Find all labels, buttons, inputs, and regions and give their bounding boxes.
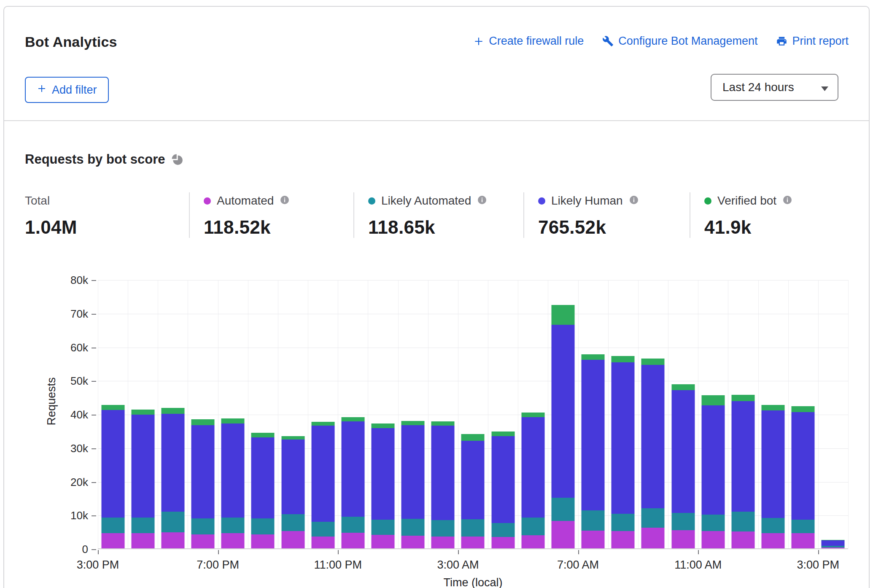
bar-segment-automated — [641, 528, 665, 548]
chart-bar-3-00-am[interactable] — [458, 280, 488, 548]
y-axis-tick-label: 70k — [25, 307, 88, 321]
bar-segment-likely-automated — [731, 512, 754, 531]
y-axis-tick — [92, 381, 96, 382]
bar-segment-likely-human — [221, 423, 245, 518]
bar-segment-verified-bot — [822, 540, 845, 540]
chart-bar-11-00-pm[interactable] — [338, 280, 368, 548]
bar-segment-likely-automated — [161, 512, 184, 532]
chart-bar-7-00-am[interactable] — [578, 280, 608, 548]
chart-bar-2-00-pm[interactable] — [788, 280, 818, 548]
x-axis-tick-label: 3:00 AM — [437, 558, 479, 572]
chart-bar-1-00-am[interactable] — [398, 280, 428, 548]
chart-bar-12-00-am[interactable] — [368, 280, 398, 548]
bar-segment-automated — [221, 533, 245, 548]
x-axis-tick — [698, 550, 699, 554]
x-axis-tick — [578, 550, 579, 554]
chart-bar-3-00-pm[interactable] — [818, 280, 848, 548]
x-axis-tick — [218, 550, 219, 554]
bar-segment-likely-automated — [762, 518, 785, 533]
chart-bar-7-00-pm[interactable] — [218, 280, 248, 548]
chart-bar-11-00-am[interactable] — [698, 280, 728, 548]
bar-segment-automated — [731, 531, 754, 548]
bar-segment-automated — [401, 536, 425, 548]
chart-bar-6-00-am[interactable] — [548, 280, 578, 548]
x-axis-tick-label: 7:00 PM — [197, 558, 239, 572]
y-axis-tick-label: 50k — [25, 374, 88, 388]
bar-segment-verified-bot — [792, 406, 815, 412]
bar-segment-likely-human — [101, 410, 124, 518]
bar-segment-likely-human — [792, 412, 815, 520]
bar-segment-likely-human — [161, 414, 184, 512]
chart-bar-8-00-am[interactable] — [608, 280, 638, 548]
bar-segment-automated — [461, 537, 485, 548]
bar-segment-automated — [822, 548, 845, 548]
chart-bar-10-00-pm[interactable] — [308, 280, 338, 548]
bar-segment-automated — [101, 533, 124, 548]
bar-segment-likely-automated — [461, 519, 485, 537]
y-axis-tick-label: 40k — [25, 408, 88, 421]
chart-bar-5-00-am[interactable] — [518, 280, 548, 548]
bar-segment-likely-automated — [281, 514, 304, 531]
chart-bar-9-00-am[interactable] — [638, 280, 668, 548]
bar-segment-likely-human — [431, 426, 455, 520]
chart-bar-10-00-am[interactable] — [668, 280, 698, 548]
chart-bar-5-00-pm[interactable] — [158, 280, 188, 548]
bar-segment-automated — [131, 533, 154, 548]
bar-segment-verified-bot — [701, 395, 725, 405]
y-axis-tick — [92, 515, 96, 516]
chart-bar-4-00-am[interactable] — [488, 280, 518, 548]
bar-segment-likely-automated — [101, 518, 124, 533]
bar-segment-likely-automated — [311, 522, 334, 537]
bar-segment-likely-human — [461, 441, 485, 520]
y-axis-title: Requests — [45, 359, 58, 444]
bar-segment-likely-automated — [191, 518, 215, 534]
bar-segment-automated — [762, 533, 785, 548]
bar-segment-likely-automated — [372, 520, 395, 535]
bar-segment-verified-bot — [461, 434, 485, 441]
bar-segment-likely-automated — [221, 518, 245, 533]
chart-bar-8-00-pm[interactable] — [248, 280, 278, 548]
chart-plot — [98, 280, 848, 549]
bot-analytics-card: Bot Analytics Create firewall rule Confi… — [3, 6, 870, 588]
bar-segment-likely-human — [251, 437, 275, 518]
bar-segment-likely-automated — [251, 518, 275, 534]
x-axis-tick — [98, 550, 99, 554]
x-axis-tick-label: 11:00 PM — [314, 558, 362, 572]
chart-bar-3-00-pm[interactable] — [98, 280, 128, 548]
bar-segment-automated — [341, 533, 364, 548]
page: Bot Analytics Create firewall rule Confi… — [0, 0, 873, 588]
x-axis-tick — [338, 550, 339, 554]
bar-segment-automated — [161, 532, 184, 548]
y-axis-tick — [92, 448, 96, 449]
chart-bar-4-00-pm[interactable] — [128, 280, 158, 548]
bar-segment-verified-bot — [731, 395, 754, 401]
bar-segment-likely-human — [521, 417, 544, 518]
chart-bar-2-00-am[interactable] — [428, 280, 458, 548]
bar-segment-automated — [431, 537, 455, 548]
bar-segment-verified-bot — [372, 423, 395, 428]
bar-segment-likely-human — [762, 410, 785, 518]
bar-segment-likely-automated — [521, 518, 544, 535]
y-axis-tick-label: 60k — [25, 341, 88, 354]
chart-bar-1-00-pm[interactable] — [758, 280, 788, 548]
bar-segment-verified-bot — [612, 356, 635, 362]
chart-bar-6-00-pm[interactable] — [188, 280, 218, 548]
bar-segment-verified-bot — [191, 419, 215, 425]
y-axis-tick — [92, 314, 96, 315]
y-axis-tick — [92, 549, 96, 550]
chart-bar-9-00-pm[interactable] — [278, 280, 308, 548]
bar-segment-likely-human — [641, 365, 665, 509]
bar-segment-verified-bot — [671, 384, 695, 390]
bar-segment-likely-human — [491, 436, 515, 523]
chart-bar-12-00-pm[interactable] — [728, 280, 758, 548]
bar-segment-likely-automated — [641, 508, 665, 528]
bar-segment-likely-automated — [341, 517, 364, 533]
bar-segment-likely-automated — [401, 519, 425, 536]
bar-segment-automated — [311, 537, 334, 548]
bar-segment-likely-human — [551, 325, 574, 498]
bar-segment-automated — [792, 533, 815, 548]
bar-segment-likely-human — [281, 440, 304, 514]
bar-segment-automated — [701, 531, 725, 548]
x-axis-tick — [458, 550, 459, 554]
bar-segment-verified-bot — [311, 422, 334, 426]
